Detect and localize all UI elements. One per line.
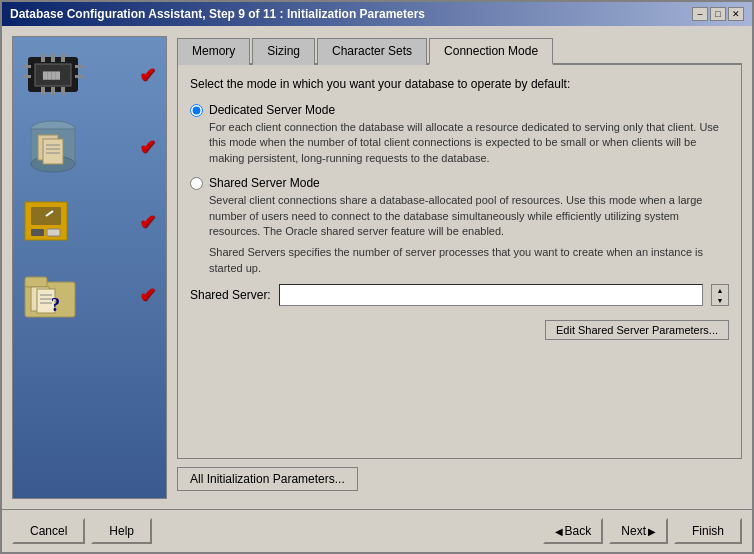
next-button[interactable]: Next ▶: [609, 518, 668, 544]
radio-group: Dedicated Server Mode For each client co…: [190, 103, 729, 340]
svg-rect-7: [61, 87, 65, 95]
tab-memory[interactable]: Memory: [177, 38, 250, 65]
help-button[interactable]: Help: [91, 518, 152, 544]
title-bar: Database Configuration Assistant, Step 9…: [2, 2, 752, 26]
svg-rect-6: [51, 87, 55, 95]
tab-character-sets[interactable]: Character Sets: [317, 38, 427, 65]
svg-rect-2: [41, 54, 45, 62]
svg-rect-11: [75, 75, 83, 78]
icon-row-chip: ████ ✔: [23, 52, 156, 97]
close-button[interactable]: ✕: [728, 7, 744, 21]
tab-connection-mode[interactable]: Connection Mode: [429, 38, 553, 65]
dedicated-radio[interactable]: [190, 104, 203, 117]
finish-button[interactable]: Finish: [674, 518, 742, 544]
shared-server-label: Shared Server:: [190, 288, 271, 302]
main-window: Database Configuration Assistant, Step 9…: [0, 0, 754, 554]
content-area: ████ ✔: [2, 26, 752, 509]
svg-rect-8: [23, 65, 31, 68]
edit-btn-container: Edit Shared Server Parameters...: [190, 312, 729, 340]
dedicated-title: Dedicated Server Mode: [209, 103, 335, 117]
all-init-btn-area: All Initialization Parameters...: [177, 459, 742, 499]
left-icons: ████ ✔: [13, 37, 166, 498]
back-label: Back: [565, 524, 592, 538]
shared-option: Shared Server Mode Several client connec…: [190, 176, 729, 340]
chip-icon: ████: [23, 52, 83, 97]
shared-server-spinner[interactable]: ▲ ▼: [711, 284, 729, 306]
minimize-button[interactable]: –: [692, 7, 708, 21]
svg-rect-4: [61, 54, 65, 62]
instruction-text: Select the mode in which you want your d…: [190, 77, 729, 91]
tabs: Memory Sizing Character Sets Connection …: [177, 36, 742, 65]
shared-server-row: Shared Server: ▲ ▼: [190, 284, 729, 306]
maximize-button[interactable]: □: [710, 7, 726, 21]
svg-rect-17: [43, 139, 63, 164]
svg-rect-9: [23, 75, 31, 78]
svg-rect-23: [31, 229, 44, 236]
svg-rect-3: [51, 54, 55, 62]
checkmark-3: ✔: [139, 210, 156, 234]
svg-text:████: ████: [42, 71, 61, 80]
back-arrow-icon: ◀: [555, 526, 563, 537]
shared-title: Shared Server Mode: [209, 176, 320, 190]
edit-shared-btn[interactable]: Edit Shared Server Parameters...: [545, 320, 729, 340]
svg-rect-24: [47, 229, 60, 236]
left-panel: ████ ✔: [12, 36, 167, 499]
checkmark-2: ✔: [139, 135, 156, 159]
icon-row-gauge: ✔: [23, 197, 156, 247]
dedicated-desc: For each client connection the database …: [209, 120, 729, 166]
svg-rect-10: [75, 65, 83, 68]
all-init-btn[interactable]: All Initialization Parameters...: [177, 467, 358, 491]
tab-content: Select the mode in which you want your d…: [177, 65, 742, 459]
window-title: Database Configuration Assistant, Step 9…: [10, 7, 425, 21]
document-icon: [23, 117, 83, 177]
svg-rect-5: [41, 87, 45, 95]
next-arrow-icon: ▶: [648, 526, 656, 537]
bottom-bar: Cancel Help ◀ Back Next ▶ Finish: [2, 509, 752, 552]
right-panel: Memory Sizing Character Sets Connection …: [177, 36, 742, 499]
dedicated-option: Dedicated Server Mode For each client co…: [190, 103, 729, 166]
shared-server-input[interactable]: [279, 284, 703, 306]
shared-desc1: Several client connections share a datab…: [209, 193, 729, 239]
shared-label-row: Shared Server Mode: [190, 176, 729, 190]
back-button[interactable]: ◀ Back: [543, 518, 604, 544]
spinner-down[interactable]: ▼: [712, 295, 728, 305]
gauge-icon: [23, 197, 83, 247]
icon-row-disk: ✔: [23, 117, 156, 177]
title-bar-buttons: – □ ✕: [692, 7, 744, 21]
next-label: Next: [621, 524, 646, 538]
folder-icon: ?: [23, 267, 83, 322]
bottom-right: ◀ Back Next ▶ Finish: [543, 518, 742, 544]
tab-sizing[interactable]: Sizing: [252, 38, 315, 65]
spinner-up[interactable]: ▲: [712, 285, 728, 295]
checkmark-4: ✔: [139, 283, 156, 307]
dedicated-label-row: Dedicated Server Mode: [190, 103, 729, 117]
icon-row-folder: ? ✔: [23, 267, 156, 322]
svg-text:?: ?: [51, 295, 60, 315]
bottom-left: Cancel Help: [12, 518, 152, 544]
shared-radio[interactable]: [190, 177, 203, 190]
shared-desc2: Shared Servers specifies the number of s…: [209, 245, 729, 276]
cancel-button[interactable]: Cancel: [12, 518, 85, 544]
checkmark-1: ✔: [139, 63, 156, 87]
svg-rect-27: [25, 277, 47, 287]
